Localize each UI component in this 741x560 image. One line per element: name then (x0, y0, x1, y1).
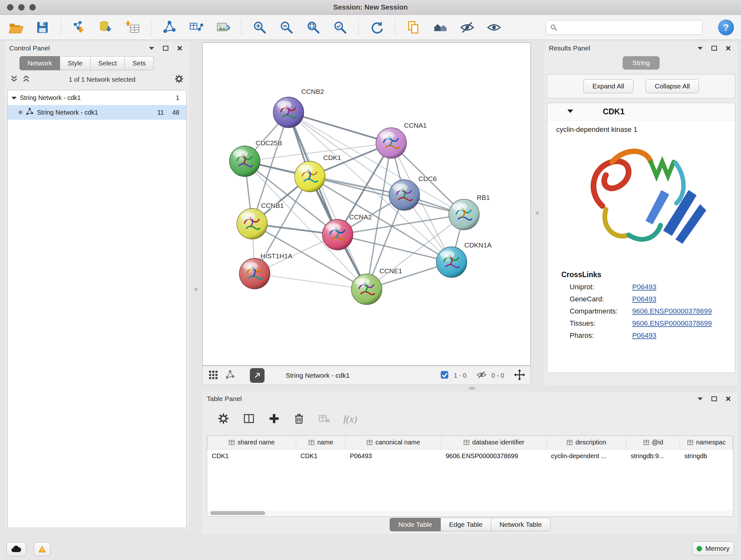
export-image-icon[interactable] (214, 19, 232, 36)
duplicate-network-icon[interactable] (405, 19, 422, 36)
column-header-id[interactable]: @id (626, 436, 680, 449)
close-panel-icon[interactable] (723, 395, 733, 403)
crosslink-genecard-link[interactable]: P06493 (632, 295, 657, 303)
tab-node-table[interactable]: Node Table (390, 518, 441, 531)
string-tab-badge[interactable]: String (623, 56, 660, 70)
network-node-CDKN1A[interactable]: CDKN1A (436, 241, 491, 277)
zoom-fit-icon[interactable] (305, 19, 322, 36)
float-panel-icon[interactable] (709, 395, 719, 403)
network-tree-root-row[interactable]: String Network - cdk1 1 (8, 90, 186, 105)
network-graph[interactable]: CCNB2CCNA1CDC25BCDK1CDC6RB1CCNB1CCNA2CDK… (203, 43, 530, 365)
import-table-icon[interactable] (124, 19, 141, 36)
show-columns-icon[interactable] (243, 412, 255, 426)
birdseye-view-icon[interactable] (208, 369, 219, 382)
cell-description[interactable]: cyclin-dependent ... (547, 449, 626, 462)
column-header-namespace[interactable]: namespac (680, 436, 733, 449)
tab-edge-table[interactable]: Edge Table (441, 518, 491, 531)
scrollbar-thumb[interactable] (210, 511, 265, 515)
vertical-splitter-handle[interactable] (536, 211, 539, 214)
add-column-icon[interactable] (268, 413, 280, 426)
tab-sets[interactable]: Sets (125, 56, 154, 70)
network-tree-item[interactable]: String Network - cdk1 11 48 (8, 105, 186, 120)
refresh-icon[interactable] (368, 19, 386, 36)
network-node-RB1[interactable]: RB1 (449, 194, 490, 230)
share-network-icon[interactable] (161, 19, 178, 36)
show-all-icon[interactable] (485, 19, 502, 36)
vertical-splitter-handle[interactable] (194, 288, 198, 291)
memory-button[interactable]: Memory (692, 542, 734, 556)
open-in-external-button[interactable] (250, 368, 265, 383)
network-node-CCNA1[interactable]: CCNA1 (376, 122, 427, 159)
table-row[interactable]: CDK1 CDK1 P06493 9606.ENSP00000378699 cy… (207, 449, 733, 462)
cell-id[interactable]: stringdb:9... (626, 449, 680, 462)
tab-network[interactable]: Network (19, 56, 60, 70)
close-window-button[interactable] (7, 4, 13, 10)
float-panel-icon[interactable] (160, 44, 171, 52)
home-icon[interactable] (432, 19, 449, 36)
crosslink-uniprot-link[interactable]: P06493 (632, 283, 657, 291)
crosslink-pharos-link[interactable]: P06493 (632, 331, 657, 340)
column-header-database-identifier[interactable]: database identifier (441, 436, 547, 449)
gear-icon[interactable] (174, 74, 184, 85)
cell-namespace[interactable]: stringdb (680, 449, 733, 462)
edge-HIST1H1A-CCNE1[interactable] (255, 273, 367, 289)
cell-name[interactable]: CDK1 (296, 449, 346, 462)
crosslink-tissues-link[interactable]: 9606.ENSP00000378699 (632, 319, 712, 327)
section-caret-icon[interactable] (567, 109, 574, 115)
hide-selected-icon[interactable] (459, 19, 476, 36)
import-network-database-icon[interactable] (97, 19, 115, 36)
collapse-all-icon[interactable] (10, 75, 18, 84)
panel-menu-icon[interactable] (146, 44, 157, 52)
network-canvas[interactable]: CCNB2CCNA1CDC25BCDK1CDC6RB1CCNB1CCNA2CDK… (202, 43, 531, 366)
network-node-CDC6[interactable]: CDC6 (389, 175, 436, 210)
horizontal-splitter-handle[interactable] (469, 387, 475, 389)
network-node-CCNB2[interactable]: CCNB2 (273, 88, 324, 128)
edge-CCNB2-CCNA1[interactable] (288, 112, 391, 143)
zoom-out-icon[interactable] (278, 19, 295, 36)
search-box[interactable] (546, 20, 703, 35)
column-header-shared-name[interactable]: shared name (207, 436, 296, 449)
panel-menu-icon[interactable] (695, 44, 705, 52)
network-share-icon[interactable] (225, 370, 235, 381)
crosslink-compartments-link[interactable]: 9606.ENSP00000378699 (632, 307, 712, 315)
function-builder-icon[interactable]: f(x) (343, 414, 357, 425)
maximize-window-button[interactable] (29, 4, 36, 10)
edge-CCNB2-CCNE1[interactable] (288, 112, 367, 289)
column-header-canonical-name[interactable]: canonical name (346, 436, 441, 449)
float-panel-icon[interactable] (709, 44, 719, 52)
collapse-all-button[interactable]: Collapse All (646, 79, 699, 93)
edge-CCNA2-CDKN1A[interactable] (338, 235, 452, 262)
tab-network-table[interactable]: Network Table (491, 518, 550, 531)
warnings-button[interactable] (34, 542, 51, 556)
column-header-description[interactable]: description (547, 436, 626, 449)
network-node-CDK1[interactable]: CDK1 (294, 154, 341, 192)
selected-checkbox-icon[interactable] (440, 370, 449, 381)
save-icon[interactable] (34, 19, 51, 36)
close-panel-icon[interactable] (723, 44, 733, 52)
cloud-sync-button[interactable] (6, 542, 26, 556)
tab-select[interactable]: Select (91, 56, 125, 70)
table-settings-gear-icon[interactable] (217, 412, 230, 426)
hidden-eye-slash-icon[interactable] (476, 369, 487, 382)
close-panel-icon[interactable] (175, 44, 185, 52)
horizontal-scrollbar[interactable] (208, 510, 732, 516)
column-header-name[interactable]: name (296, 436, 346, 449)
expand-all-icon[interactable] (22, 75, 30, 84)
gene-section-header[interactable]: CDK1 (547, 103, 735, 120)
search-input[interactable] (561, 23, 698, 31)
zoom-selected-icon[interactable] (332, 19, 349, 36)
cell-canonical-name[interactable]: P06493 (346, 449, 441, 462)
network-node-CCNB1[interactable]: CCNB1 (237, 202, 284, 239)
network-node-HIST1H1A[interactable]: HIST1H1A (239, 252, 292, 289)
help-button[interactable]: ? (718, 19, 734, 36)
zoom-in-icon[interactable] (251, 19, 268, 36)
tree-caret-icon[interactable] (11, 94, 17, 102)
delete-column-trash-icon[interactable] (293, 413, 305, 426)
network-table-icon[interactable] (188, 19, 205, 36)
tab-style[interactable]: Style (60, 56, 91, 70)
cell-shared-name[interactable]: CDK1 (207, 449, 296, 462)
pan-move-icon[interactable] (514, 369, 525, 382)
minimize-window-button[interactable] (18, 4, 24, 10)
cell-database-identifier[interactable]: 9606.ENSP00000378699 (441, 449, 547, 462)
import-network-file-icon[interactable] (71, 19, 88, 36)
